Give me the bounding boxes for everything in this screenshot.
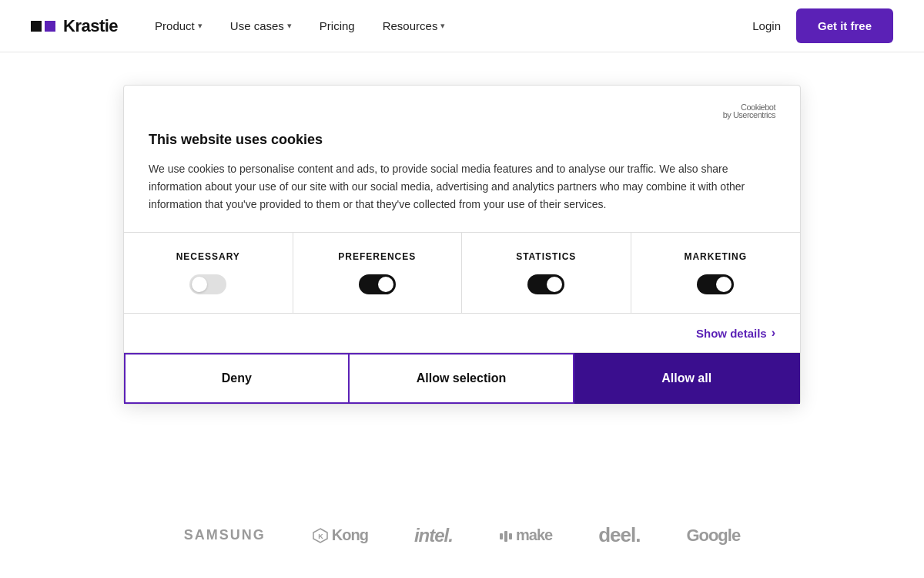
show-details-row: Show details ›: [124, 314, 800, 352]
nav-product[interactable]: Product ▾: [155, 19, 203, 32]
allow-selection-button[interactable]: Allow selection: [350, 353, 575, 404]
cookiebot-logo: Cookiebot by Usercentrics: [723, 102, 775, 119]
navbar-left: Krastie Product ▾ Use cases ▾ Pricing Re…: [31, 14, 445, 39]
cookie-actions: Deny Allow selection Allow all: [124, 352, 800, 404]
navbar-right: Login Get it free: [752, 8, 893, 43]
cookie-description: We use cookies to personalise content an…: [149, 160, 775, 213]
nav-links: Product ▾ Use cases ▾ Pricing Resources …: [155, 19, 445, 32]
navbar: Krastie Product ▾ Use cases ▾ Pricing Re…: [0, 0, 924, 52]
cookie-header: Cookiebot by Usercentrics: [124, 86, 800, 132]
cookie-toggles: NECESSARY PREFERENCES STATISTICS MARKETI…: [124, 232, 800, 314]
allow-all-button[interactable]: Allow all: [574, 353, 800, 404]
show-details-button[interactable]: Show details ›: [696, 326, 775, 340]
toggle-knob: [378, 277, 393, 292]
nav-resources[interactable]: Resources ▾: [383, 19, 446, 32]
statistics-toggle[interactable]: [527, 274, 564, 294]
deny-button[interactable]: Deny: [124, 353, 350, 404]
logo-purple-square: [45, 21, 55, 32]
logo[interactable]: Krastie: [31, 14, 118, 39]
nav-pricing[interactable]: Pricing: [320, 19, 355, 32]
toggle-knob: [716, 277, 732, 292]
get-it-free-button[interactable]: Get it free: [796, 8, 893, 43]
toggle-marketing: MARKETING: [631, 233, 801, 313]
logo-black-square: [31, 21, 42, 32]
nav-use-cases[interactable]: Use cases ▾: [230, 19, 292, 32]
cookie-title: This website uses cookies: [149, 132, 775, 148]
cookie-dialog: Cookiebot by Usercentrics This website u…: [123, 85, 801, 405]
logo-icon: [31, 14, 55, 39]
necessary-toggle[interactable]: [189, 274, 226, 294]
toggle-preferences: PREFERENCES: [293, 233, 463, 313]
preferences-toggle[interactable]: [359, 274, 396, 294]
toggle-knob: [547, 277, 562, 292]
logo-name: Krastie: [63, 16, 118, 36]
chevron-down-icon: ▾: [440, 21, 445, 31]
toggle-statistics: STATISTICS: [462, 233, 631, 313]
cookie-body: This website uses cookies We use cookies…: [124, 132, 800, 232]
marketing-toggle[interactable]: [697, 274, 734, 294]
chevron-right-icon: ›: [772, 326, 775, 340]
chevron-down-icon: ▾: [198, 21, 203, 31]
login-button[interactable]: Login: [752, 19, 781, 32]
chevron-down-icon: ▾: [287, 21, 292, 31]
toggle-necessary: NECESSARY: [124, 233, 293, 313]
cookiebot-brand: Cookiebot by Usercentrics: [723, 104, 775, 119]
toggle-knob: [192, 277, 207, 292]
